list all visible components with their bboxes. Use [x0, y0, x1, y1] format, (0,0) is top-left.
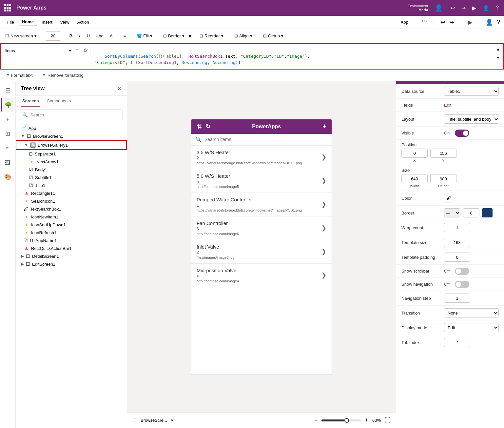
tab-components[interactable]: Components	[46, 96, 72, 107]
help-icon[interactable]: ?	[494, 4, 500, 12]
minus-zoom-button[interactable]: −	[314, 417, 318, 424]
group-button[interactable]: ⊟ Group ▾	[261, 32, 286, 40]
align-button[interactable]: ≡	[121, 32, 129, 40]
size-height-input[interactable]	[430, 174, 456, 183]
gallery-item-2[interactable]: Pumped Water Controller 1 https://vanars…	[191, 193, 332, 216]
tree-item-title1[interactable]: ☑ Title1	[16, 181, 127, 189]
plus-zoom-button[interactable]: +	[365, 417, 368, 424]
navigation-toggle[interactable]	[455, 281, 469, 288]
menu-action[interactable]: Action	[74, 18, 92, 26]
variables-icon-button[interactable]: ≈	[1, 142, 14, 155]
profile-icon[interactable]: 👤	[435, 4, 443, 12]
fill-button[interactable]: 🪣 Fill ▾	[134, 32, 155, 40]
position-y-input[interactable]	[430, 149, 456, 158]
tree-item-browse-gallery[interactable]: ▼ 🔲 BrowseGallery1 ···	[16, 140, 127, 150]
gallery-item-4[interactable]: Inlet Valve 3 file://images/image3.jpg ❯	[191, 240, 332, 264]
gallery-item-3[interactable]: Fan Controller 6 http://contoso.com/imag…	[191, 216, 332, 240]
screen-chevron-icon[interactable]: ▾	[171, 418, 173, 423]
play-icon[interactable]: ▶	[471, 4, 477, 12]
tree-item-detail-screen[interactable]: ▶ ☐ DetailScreen1	[16, 252, 127, 260]
display-mode-select[interactable]: Edit	[444, 323, 499, 332]
border-button[interactable]: ⊞ Border ▾	[161, 32, 187, 40]
strikethrough-button[interactable]: abc	[94, 32, 106, 40]
menu-home[interactable]: Home	[19, 18, 37, 26]
tree-item-iconnewitem1[interactable]: 🔸 IconNewItem1	[16, 213, 127, 221]
tree-item-iconrefresh1[interactable]: 🔸 IconRefresh1	[16, 229, 127, 236]
tree-item-edit-screen[interactable]: ▶ ☐ EditScreen1	[16, 260, 127, 268]
redo-icon[interactable]: ↪	[460, 4, 467, 12]
hamburger-icon-button[interactable]: ☰	[1, 84, 14, 97]
formula-content[interactable]: SortByColumns(Search([@Table1], TextSear…	[90, 44, 493, 75]
gallery-item-0[interactable]: 3.5 W/S Heater 2 https://vanarsdelstorag…	[191, 146, 332, 169]
tree-item-nextarrow1[interactable]: 🔸 NextArrow1	[16, 158, 127, 166]
remove-formatting-button[interactable]: ≡ Remove formatting	[40, 71, 86, 79]
template-size-input[interactable]	[444, 238, 470, 247]
align-label-button[interactable]: ⊟ Align ▾	[232, 32, 255, 40]
refresh-gallery-icon[interactable]: ↻	[205, 123, 210, 130]
tree-item-browse-screen[interactable]: ▼ ☐ BrowseScreen1	[16, 132, 127, 140]
person-icon[interactable]: 👤	[481, 4, 491, 12]
color-picker-button[interactable]: 🖌	[444, 194, 453, 203]
fields-edit-link[interactable]: Edit	[444, 103, 451, 108]
format-button[interactable]: /	[76, 32, 83, 40]
underline-button[interactable]: U	[84, 32, 92, 40]
visible-toggle[interactable]	[455, 130, 469, 137]
menu-insert[interactable]: Insert	[38, 18, 56, 26]
navigation-step-input[interactable]	[444, 294, 470, 303]
template-padding-input[interactable]	[444, 253, 470, 262]
border-width-input[interactable]	[463, 208, 479, 217]
heart-rate-icon[interactable]: ♡	[422, 19, 427, 26]
tree-item-subtitle1[interactable]: ☑ Subtitle1	[16, 173, 127, 181]
down-arrow-icon[interactable]: ▾	[188, 32, 191, 40]
wrap-count-input[interactable]	[444, 223, 470, 232]
tree-item-rectangle11[interactable]: 🔺 Rectangle11	[16, 189, 127, 197]
data-source-select[interactable]: Table1	[444, 87, 499, 96]
zoom-slider[interactable]	[321, 419, 361, 421]
gallery-item-1[interactable]: 5.0 W/S Heater 5 http://contoso.com/imag…	[191, 169, 332, 193]
tree-view-icon-button[interactable]: 🌳	[1, 98, 14, 112]
layout-select[interactable]: Title, subtitle, and body	[444, 114, 499, 124]
user-menu-icon[interactable]: 👤	[486, 19, 493, 26]
data-icon-button[interactable]: ⊞	[1, 127, 14, 140]
add-icon[interactable]: +	[322, 123, 326, 130]
formula-fx-button[interactable]: fx	[81, 44, 90, 57]
menu-view[interactable]: View	[57, 18, 73, 26]
sort-icon[interactable]: ⇅	[197, 123, 202, 130]
tree-search-input[interactable]	[20, 110, 123, 120]
gallery-more-icon[interactable]: ···	[119, 142, 124, 148]
redo-menu-icon[interactable]: ↪	[449, 19, 454, 26]
tree-item-separator1[interactable]: ⊟ Separator1	[16, 150, 127, 158]
scrollbar-toggle[interactable]	[455, 268, 469, 275]
transition-select[interactable]: None	[444, 308, 499, 317]
new-screen-button[interactable]: ☐ New screen ▾	[3, 32, 39, 40]
font-size-input[interactable]	[45, 31, 61, 41]
tree-item-app[interactable]: 📄 App	[16, 124, 127, 132]
formula-down-button[interactable]: ▼	[494, 54, 502, 62]
play-menu-icon[interactable]: ▶	[468, 19, 472, 26]
tree-item-iconsortupdown1[interactable]: 🔸 IconSortUpDown1	[16, 221, 127, 229]
formula-up-button[interactable]: ▲	[494, 45, 502, 53]
tree-item-lblappname1[interactable]: ☑ LblAppName1	[16, 236, 127, 244]
tree-item-textsearchbox1[interactable]: 🖊 TextSearchBox1	[16, 205, 127, 213]
reorder-button[interactable]: ⊟ Reorder ▾	[197, 32, 226, 40]
tree-close-button[interactable]: ✕	[117, 85, 122, 92]
fullscreen-icon[interactable]: ⛶	[385, 417, 391, 424]
bold-button[interactable]: B	[67, 32, 75, 40]
border-style-select[interactable]: —	[444, 208, 460, 217]
zoom-slider-thumb[interactable]	[344, 418, 349, 423]
property-select[interactable]: Items	[1, 44, 73, 57]
tree-item-body1[interactable]: ☑ Body1	[16, 166, 127, 173]
undo-icon[interactable]: ↩	[449, 4, 456, 12]
border-color-swatch[interactable]	[482, 208, 493, 217]
app-grid-icon[interactable]	[4, 4, 11, 11]
size-width-input[interactable]	[401, 174, 428, 183]
tab-index-input[interactable]	[444, 338, 470, 347]
gallery-search-input[interactable]	[204, 137, 328, 142]
media-icon-button[interactable]: 🖼	[1, 156, 14, 169]
menu-file[interactable]: File	[4, 18, 17, 26]
plus-icon-button[interactable]: +	[1, 113, 14, 126]
gallery-item-5[interactable]: Mid-position Valve 4 http://contoso.com/…	[191, 264, 332, 287]
theme-icon-button[interactable]: 🎨	[1, 171, 14, 184]
tree-item-searchicon1[interactable]: 🔸 SearchIcon1	[16, 197, 127, 205]
format-text-button[interactable]: ≡ Format text	[4, 71, 35, 79]
